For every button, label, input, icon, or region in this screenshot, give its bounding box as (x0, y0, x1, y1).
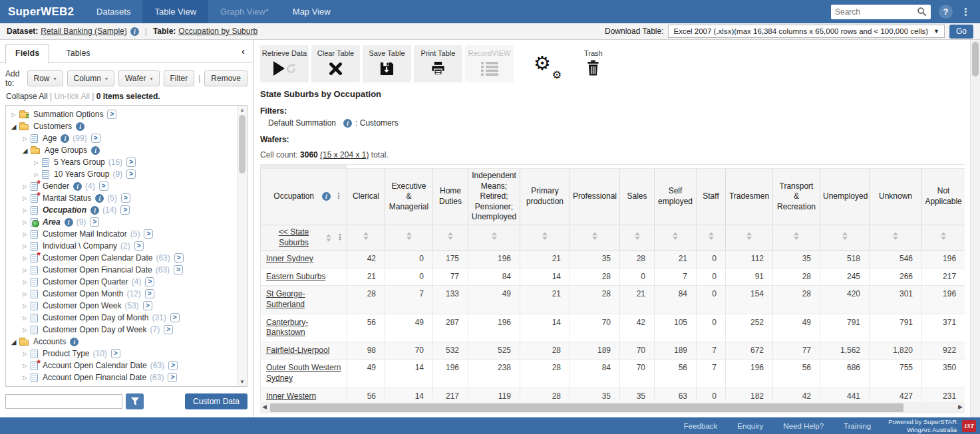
column-header-unemployed[interactable]: Unemployed (820, 169, 870, 225)
add-to-table-arrow-icon[interactable]: > (145, 277, 154, 286)
untick-all-link[interactable]: Un-tick All (55, 92, 90, 101)
print-table-button[interactable]: Print Table (414, 45, 462, 82)
tree-item-label[interactable]: 10 Years Group (54, 169, 109, 179)
expand-node-icon[interactable]: ▷ (20, 351, 30, 357)
app-logo[interactable]: SuperWEB2 (0, 0, 84, 23)
filter-button[interactable]: Filter (164, 70, 195, 86)
retrieve-data-button[interactable]: Retrieve Data (260, 45, 309, 82)
sort-cell-primary-production[interactable] (520, 225, 570, 250)
sort-icon[interactable] (941, 232, 946, 240)
field-filter-button[interactable] (126, 393, 144, 409)
tree-item-age[interactable]: ▷Agei(99)> (6, 132, 235, 144)
add-to-table-arrow-icon[interactable]: > (121, 193, 130, 203)
add-to-table-arrow-icon[interactable]: > (168, 361, 178, 370)
tree-item-label[interactable]: Summation Options (33, 110, 103, 119)
info-icon[interactable]: i (65, 218, 73, 227)
sort-icon[interactable] (448, 232, 453, 240)
save-table-button[interactable]: Save Table (363, 45, 411, 82)
table-options-button[interactable]: ⚙ ⚙ (534, 53, 563, 80)
column-header-primary-production[interactable]: Primary production (520, 169, 570, 225)
sort-cell-transport-recreation[interactable] (773, 225, 820, 250)
add-to-table-arrow-icon[interactable]: > (144, 229, 153, 239)
corner-header-occupation[interactable]: Occupationi⋮ (261, 169, 347, 225)
sort-icon[interactable] (407, 232, 412, 240)
go-button[interactable]: Go (949, 25, 973, 39)
nav-item-datasets[interactable]: Datasets (84, 0, 142, 23)
cell-count-detail-link[interactable]: (15 x 204 x 1) (320, 150, 369, 160)
row-link-fairfield-liverpool[interactable]: Fairfield-Liverpool (266, 346, 329, 355)
row-link-inner-western-sydney[interactable]: Inner Western Sydney (266, 391, 316, 403)
column-header-sales[interactable]: Sales (620, 169, 655, 225)
sort-icon[interactable] (326, 234, 331, 242)
custom-data-button[interactable]: Custom Data (185, 393, 247, 409)
expand-node-icon[interactable]: ▷ (20, 207, 30, 213)
expand-node-icon[interactable]: ▷ (9, 112, 19, 118)
sort-cell-home-duties[interactable] (433, 225, 468, 250)
collapse-node-icon[interactable]: ◢ (9, 123, 19, 130)
info-icon[interactable]: i (61, 134, 69, 143)
tree-item-label[interactable]: Occupation (43, 205, 86, 215)
expand-node-icon[interactable]: ▷ (31, 160, 41, 165)
scrollbar-thumb[interactable] (270, 403, 903, 412)
dataset-link[interactable]: Retail Banking (Sample) (41, 27, 126, 36)
expand-node-icon[interactable]: ▷ (20, 243, 30, 249)
expand-node-icon[interactable]: ▷ (20, 315, 30, 321)
nav-item-graph-view[interactable]: Graph View* (208, 0, 281, 23)
tree-item-label[interactable]: Customer Open Month (43, 289, 123, 298)
download-format-select[interactable]: Excel 2007 (.xlsx)(max 16,384 columns x … (668, 25, 945, 38)
add-to-table-arrow-icon[interactable]: > (91, 134, 100, 143)
column-menu-icon[interactable]: ⋮ (335, 191, 343, 202)
nav-item-table-view[interactable]: Table View (142, 0, 208, 23)
tree-item-occupation[interactable]: ▷Occupationi(14)> (6, 204, 235, 216)
nav-item-map-view[interactable]: Map View (281, 0, 343, 23)
add-to-table-arrow-icon[interactable]: > (174, 265, 183, 274)
collapse-node-icon[interactable]: ◢ (9, 338, 19, 346)
sort-icon[interactable] (592, 232, 597, 240)
scroll-down-icon[interactable]: ▼ (238, 379, 247, 385)
column-header-staff[interactable]: Staff (697, 169, 726, 225)
sort-icon[interactable] (893, 232, 898, 240)
add-to-table-arrow-icon[interactable]: > (170, 313, 180, 322)
sort-cell-unemployed[interactable] (820, 225, 870, 250)
sort-cell-self-employed[interactable] (655, 225, 697, 250)
tree-item-customers[interactable]: ◢Customersi (6, 120, 235, 132)
tab-tables[interactable]: Tables (57, 45, 99, 63)
tree-item-label[interactable]: Customer Open Quarter (43, 277, 128, 286)
scroll-left-icon[interactable]: ◀ (262, 403, 267, 410)
expand-node-icon[interactable]: ▷ (20, 195, 30, 201)
remove-button[interactable]: Remove (204, 70, 247, 86)
table-horizontal-scrollbar[interactable]: ◀ ▶ (260, 402, 965, 413)
column-header-executive-managerial[interactable]: Executive & Managerial (385, 169, 433, 225)
sort-icon[interactable] (542, 232, 548, 240)
sort-cell-unknown[interactable] (870, 225, 922, 250)
expand-node-icon[interactable]: ▷ (20, 183, 30, 189)
tree-item-age-groups[interactable]: ◢Age Groupsi (6, 144, 235, 156)
add-to-wafer-button[interactable]: Wafer▾ (118, 70, 160, 86)
add-to-table-arrow-icon[interactable]: > (99, 181, 108, 191)
trash-dropzone[interactable]: Trash (584, 45, 603, 77)
sort-icon[interactable] (709, 232, 714, 240)
expand-node-icon[interactable]: ▷ (20, 231, 30, 237)
add-to-table-arrow-icon[interactable]: > (134, 241, 144, 251)
column-header-transport-recreation[interactable]: Transport & Recreation (773, 169, 820, 225)
table-link[interactable]: Occupation by Suburb (178, 27, 257, 36)
overflow-menu-icon[interactable]: ⋮ (961, 6, 971, 18)
add-to-column-button[interactable]: Column▾ (67, 70, 114, 86)
row-link-st-george-sutherland[interactable]: St George-Sutherland (266, 289, 305, 309)
collapse-node-icon[interactable]: ◢ (20, 147, 30, 154)
tree-item-customer-open-day-of-month[interactable]: ▷Customer Open Day of Month(31)> (6, 312, 235, 324)
add-to-table-arrow-icon[interactable]: > (111, 349, 120, 358)
column-header-unknown[interactable]: Unknown (870, 169, 922, 225)
sort-icon[interactable] (635, 232, 640, 240)
sort-icon[interactable] (673, 232, 678, 240)
expand-node-icon[interactable]: ▷ (20, 327, 30, 333)
sort-icon[interactable] (363, 232, 369, 240)
tree-item-summation-options[interactable]: ▷Summation Options> (6, 108, 235, 120)
footer-link-enquiry[interactable]: Enquiry (737, 422, 763, 430)
tree-item-label[interactable]: Individual \ Company (43, 241, 117, 251)
sort-icon[interactable] (842, 232, 848, 240)
tree-item-customer-open-quarter[interactable]: ▷Customer Open Quarter(4)> (6, 276, 235, 288)
footer-link-feedback[interactable]: Feedback (684, 422, 718, 430)
tree-item-customer-open-financial-date[interactable]: ▷Customer Open Financial Date(63)> (6, 264, 235, 276)
row-menu-icon[interactable]: ⋮ (336, 233, 344, 243)
